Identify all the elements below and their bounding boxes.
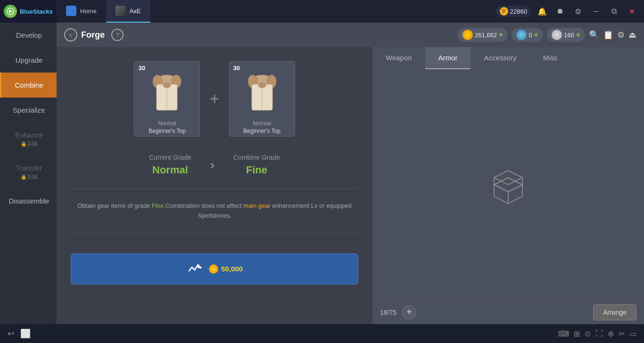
- axe-tab-icon: [116, 6, 126, 16]
- settings-btn[interactable]: ⚙: [571, 5, 585, 18]
- empty-box-icon: [485, 161, 532, 208]
- gear-tab-bar: Weapon Armor Accessory Misc: [372, 47, 644, 69]
- combine-grade-block: Combine Grade Fine: [233, 154, 280, 176]
- svg-marker-16: [494, 185, 508, 204]
- back-button[interactable]: ‹: [64, 28, 77, 41]
- item-slot-1[interactable]: 30 Normal: [134, 61, 200, 137]
- sidebar-item-specialize[interactable]: Specialize: [0, 98, 57, 122]
- location-icon[interactable]: ⊕: [608, 329, 614, 338]
- gem-plus-btn[interactable]: +: [576, 31, 580, 39]
- coins-display: P 22860: [496, 6, 531, 17]
- sidebar-label-disassemble: Disassemble: [9, 197, 50, 205]
- help-button[interactable]: ?: [111, 29, 124, 41]
- gold-amount: 261,662: [475, 32, 497, 39]
- item-slot-2[interactable]: 30 Normal Beginner: [229, 61, 295, 137]
- top-bar-icons: 🔍 📋 ⚙ ⏏: [589, 30, 636, 40]
- tab-armor[interactable]: Armor: [425, 47, 471, 69]
- coin-cost: 50,000: [209, 264, 243, 274]
- record-btn[interactable]: ⏺: [553, 5, 567, 18]
- layout-icon[interactable]: ⊞: [574, 329, 580, 338]
- bluestacks-logo: BlueStacks: [0, 0, 57, 23]
- book-icon[interactable]: 📋: [603, 30, 613, 40]
- gem-resource: 160 +: [547, 28, 585, 42]
- gold-plus-btn[interactable]: +: [499, 31, 503, 39]
- sidebar-label-develop: Develop: [16, 31, 42, 39]
- exit-icon[interactable]: ⏏: [628, 30, 636, 40]
- brand-name: BlueStacks: [20, 8, 53, 15]
- sidebar-label-combine: Combine: [15, 81, 43, 89]
- arrange-button[interactable]: Arrange: [593, 304, 636, 320]
- current-grade-value: Normal: [149, 164, 191, 176]
- home-tab-label: Home: [80, 8, 97, 15]
- sidebar-item-combine[interactable]: Combine: [0, 73, 57, 98]
- transfer-lock-badge: 🔒 2-16: [19, 174, 39, 180]
- sidebar-label-specialize: Specialize: [13, 106, 45, 114]
- inv-max: 75: [389, 309, 396, 316]
- item2-image: [230, 66, 295, 118]
- svg-marker-17: [508, 185, 522, 204]
- tab-axe[interactable]: AxE: [106, 0, 150, 23]
- divider-2: [71, 233, 358, 234]
- item1-image: [134, 66, 199, 118]
- svg-point-7: [163, 83, 171, 88]
- combine-button[interactable]: 50,000: [71, 253, 358, 285]
- gem-amount: 160: [564, 32, 574, 39]
- item2-name: Beginner's Top: [240, 127, 283, 135]
- sidebar-item-transfer[interactable]: Transfer 🔒 2-16: [0, 155, 57, 188]
- bottom-bar: ↩ ⬜ ⌨ ⊞ ⊙ ⛶ ⊕ ✂ ▭: [0, 324, 644, 343]
- sidebar-item-disassemble[interactable]: Disassemble: [0, 188, 57, 213]
- right-panel: Weapon Armor Accessory Misc: [372, 47, 644, 324]
- tab-weapon[interactable]: Weapon: [372, 47, 425, 69]
- restore-btn[interactable]: ⧉: [607, 5, 620, 18]
- settings2-icon[interactable]: ⊙: [585, 329, 591, 338]
- sidebar-label-enhance: Enhance: [15, 131, 43, 139]
- cost-coin-icon: [209, 264, 218, 274]
- misc-tab-label: Misc: [543, 54, 558, 62]
- sidebar-item-enhance[interactable]: Enhance 🔒 2-16: [0, 122, 57, 155]
- tab-accessory[interactable]: Accessory: [471, 47, 529, 69]
- tab-home[interactable]: Home: [57, 0, 106, 23]
- gear-icon[interactable]: ⚙: [617, 30, 625, 40]
- svg-marker-1: [9, 9, 12, 13]
- item1-grade: Normal: [158, 120, 176, 127]
- item2-level: 30: [233, 65, 240, 72]
- close-btn[interactable]: ✕: [625, 5, 638, 18]
- cut-icon[interactable]: ✂: [619, 329, 625, 338]
- gem-icon: [552, 30, 562, 40]
- crystal-amount: 0: [528, 32, 532, 39]
- crystal-resource: 0 +: [512, 28, 543, 42]
- item1-name: Beginner's Top: [146, 127, 189, 135]
- inventory-area: [372, 69, 644, 300]
- forge-content: 30 Normal: [57, 47, 644, 324]
- weapon-tab-label: Weapon: [386, 54, 412, 62]
- crop-icon[interactable]: ▭: [629, 329, 636, 338]
- top-bar: ‹ Forge ? 261,662 + 0 + 160 +: [57, 23, 644, 47]
- sidebar-item-develop[interactable]: Develop: [0, 23, 57, 48]
- home-gesture-icon[interactable]: ⬜: [20, 328, 31, 339]
- item2-grade: Normal: [253, 120, 271, 127]
- back-gesture-icon[interactable]: ↩: [8, 328, 15, 339]
- current-grade-label: Current Grade: [149, 154, 191, 161]
- crystal-plus-btn[interactable]: +: [534, 31, 538, 39]
- expand-icon[interactable]: ⛶: [595, 329, 603, 338]
- keyboard-icon[interactable]: ⌨: [558, 329, 569, 338]
- armor-tab-label: Armor: [438, 54, 458, 62]
- tab-misc[interactable]: Misc: [530, 47, 571, 69]
- inv-current: 18: [380, 309, 388, 316]
- item1-level: 30: [138, 65, 145, 72]
- current-grade-block: Current Grade Normal: [149, 154, 191, 176]
- search-icon[interactable]: 🔍: [589, 30, 599, 40]
- combine-grade-value: Fine: [233, 164, 280, 176]
- content-area: ‹ Forge ? 261,662 + 0 + 160 +: [57, 23, 644, 324]
- cost-amount: 50,000: [221, 265, 243, 273]
- armor-icon-1: [148, 71, 186, 114]
- desc-fine: Fine: [152, 202, 164, 209]
- notification-btn[interactable]: 🔔: [536, 5, 549, 18]
- left-panel: 30 Normal: [57, 47, 372, 324]
- add-slot-btn[interactable]: +: [402, 305, 416, 319]
- sidebar-item-upgrade[interactable]: Upgrade: [0, 48, 57, 73]
- minimize-btn[interactable]: ─: [589, 5, 603, 18]
- coin-icon: P: [500, 7, 508, 16]
- gold-resource: 261,662 +: [458, 28, 508, 42]
- desc-main: main gear: [243, 202, 271, 209]
